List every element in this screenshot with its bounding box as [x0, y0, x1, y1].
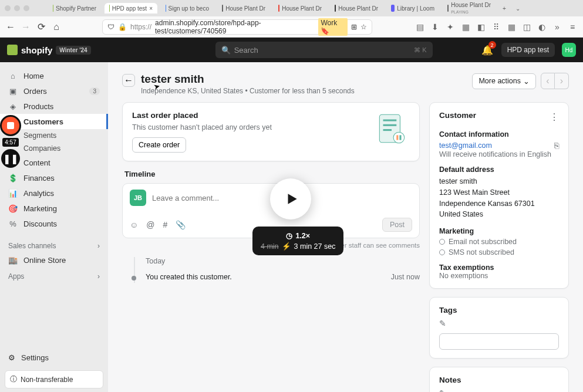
nav-marketing[interactable]: 🎯Marketing	[0, 201, 108, 216]
browser-tab-0[interactable]: Shopify Partner	[48, 3, 101, 13]
back-button[interactable]: ←	[122, 74, 135, 87]
ext-icon-4[interactable]: ⠿	[491, 22, 501, 32]
nav-online-store[interactable]: 🏬Online Store	[0, 252, 108, 268]
copy-icon[interactable]: ⎘	[554, 141, 559, 150]
overflow-icon[interactable]: »	[552, 22, 562, 32]
forward-icon[interactable]: →	[21, 22, 31, 32]
search-shortcut: ⌘ K	[414, 46, 426, 54]
nav-analytics[interactable]: 📊Analytics	[0, 185, 108, 201]
notif-count: 2	[488, 41, 496, 49]
browser-tab-strip: Shopify Partner HPD app test× Sign up to…	[0, 0, 583, 16]
apps-heading[interactable]: Apps›	[0, 268, 108, 283]
browser-tab-6[interactable]: Library | Loom	[386, 3, 439, 13]
attachment-icon[interactable]: 📎	[176, 220, 186, 229]
back-icon[interactable]: ←	[6, 22, 15, 32]
svg-rect-2	[383, 124, 397, 126]
new-duration: 3 min 27 sec	[294, 242, 336, 251]
shopify-wordmark: shopify	[21, 45, 52, 55]
loom-stop-button[interactable]	[0, 115, 21, 136]
reader-icon[interactable]: ▤	[415, 22, 424, 32]
qr-icon[interactable]: ⊞	[351, 23, 357, 31]
loom-timer: 4:57	[2, 138, 18, 147]
account-avatar[interactable]: Hd	[562, 43, 576, 57]
bookmark-icon[interactable]: ☆	[360, 23, 367, 31]
tax-text: No exemptions	[439, 272, 559, 280]
ext-icon-6[interactable]: ◫	[522, 22, 531, 32]
svg-rect-3	[383, 129, 392, 131]
tags-input[interactable]	[439, 333, 559, 350]
browser-tab-7[interactable]: House Plant DrPLAYING	[443, 0, 496, 16]
search-placeholder: Search	[234, 46, 258, 55]
page-subtitle: Independence KS, United States • Custome…	[141, 87, 355, 95]
nav-home[interactable]: ⌂Home	[0, 68, 108, 83]
tax-heading: Tax exemptions	[439, 263, 559, 272]
url-text: admin.shopify.com/store/hpd-app-test/cus…	[155, 19, 315, 35]
page-title: tester smith	[141, 73, 355, 86]
shopify-logo[interactable]: shopify Winter '24	[7, 45, 91, 55]
orig-duration: 4 min	[261, 242, 279, 251]
url-field[interactable]: 🛡 🔒 https://admin.shopify.com/store/hpd-…	[102, 19, 372, 35]
browser-tab-3[interactable]: House Plant Dr	[217, 3, 270, 13]
traffic-light-yellow[interactable]	[14, 5, 20, 11]
marketing-icon: 🎯	[8, 204, 18, 213]
loom-pause-button[interactable]: ❚❚	[1, 149, 20, 168]
nav-orders[interactable]: ▣Orders3	[0, 83, 108, 99]
browser-tab-1[interactable]: HPD app test×	[105, 3, 157, 13]
edit-notes-icon[interactable]: ✎	[439, 388, 446, 392]
ext-icon-7[interactable]: ◐	[537, 22, 547, 32]
next-customer-button[interactable]: ›	[555, 73, 569, 89]
emoji-icon[interactable]: ☺	[130, 220, 138, 229]
more-actions-button[interactable]: More actions⌄	[472, 73, 536, 89]
ext-icon-1[interactable]: ✦	[446, 22, 455, 32]
hamburger-icon[interactable]: ≡	[568, 22, 577, 32]
create-order-button[interactable]: Create order	[132, 137, 186, 153]
download-icon[interactable]: ⬇	[430, 22, 440, 32]
post-button[interactable]: Post	[382, 218, 412, 232]
customer-menu-icon[interactable]: ⋮	[550, 111, 559, 123]
notifications-button[interactable]: 🔔 2	[480, 43, 494, 57]
last-order-card: Last order placed This customer hasn't p…	[122, 102, 420, 161]
ext-icon-3[interactable]: ◧	[476, 22, 486, 32]
store-switcher[interactable]: HPD app test	[501, 43, 555, 57]
main-content: ← tester smith Independence KS, United S…	[108, 62, 583, 392]
global-search[interactable]: 🔍 Search ⌘ K	[215, 42, 433, 58]
contact-heading: Contact information	[439, 130, 559, 138]
nav-settings[interactable]: ⚙Settings	[0, 349, 108, 367]
browser-tab-5[interactable]: House Plant Dr	[330, 3, 383, 13]
tab-overflow-icon[interactable]: ⌄	[515, 5, 520, 12]
notif-language: Will receive notifications in English	[439, 150, 559, 158]
loom-recording-widget[interactable]: 4:57 ❚❚	[0, 115, 21, 168]
svg-rect-6	[399, 135, 401, 140]
browser-url-bar: ← → ⟳ ⌂ 🛡 🔒 https://admin.shopify.com/st…	[0, 16, 583, 38]
traffic-light-green[interactable]	[23, 5, 29, 11]
traffic-light-red[interactable]	[5, 5, 11, 11]
info-icon: ⓘ	[10, 374, 17, 384]
home-icon[interactable]: ⌂	[52, 22, 61, 32]
ext-icon-2[interactable]: ▦	[461, 22, 470, 32]
nav-products[interactable]: ◈Products	[0, 99, 108, 114]
shield-icon: 🛡	[107, 23, 114, 31]
hashtag-icon[interactable]: #	[163, 220, 168, 229]
sales-channels-heading[interactable]: Sales channels›	[0, 237, 108, 252]
mention-icon[interactable]: @	[146, 220, 154, 229]
new-tab-button[interactable]: +	[503, 5, 506, 12]
chevron-right-icon: ›	[97, 242, 100, 250]
timeline-event-time: Just now	[391, 273, 420, 281]
customer-email[interactable]: test@gmail.com	[439, 141, 492, 150]
address-heading: Default address	[439, 165, 559, 174]
browser-tab-2[interactable]: Sign up to beco	[161, 3, 214, 13]
reload-icon[interactable]: ⟳	[36, 22, 46, 32]
ext-icon-5[interactable]: ▦	[507, 22, 516, 32]
shopify-topbar: shopify Winter '24 🔍 Search ⌘ K 🔔 2 HPD …	[0, 38, 583, 62]
svg-rect-5	[396, 135, 398, 140]
analytics-icon: 📊	[8, 188, 18, 198]
video-play-button[interactable]	[270, 178, 311, 219]
prev-customer-button[interactable]: ‹	[541, 73, 555, 89]
timeline-event: You created this customer. Just now	[146, 271, 420, 283]
close-icon[interactable]: ×	[149, 5, 153, 12]
nav-discounts[interactable]: %Discounts	[0, 216, 108, 231]
nav-finances[interactable]: 💲Finances	[0, 170, 108, 185]
edit-tags-icon[interactable]: ✎	[439, 319, 446, 328]
store-icon: 🏬	[8, 255, 18, 265]
browser-tab-4[interactable]: House Plant Dr	[274, 3, 326, 13]
